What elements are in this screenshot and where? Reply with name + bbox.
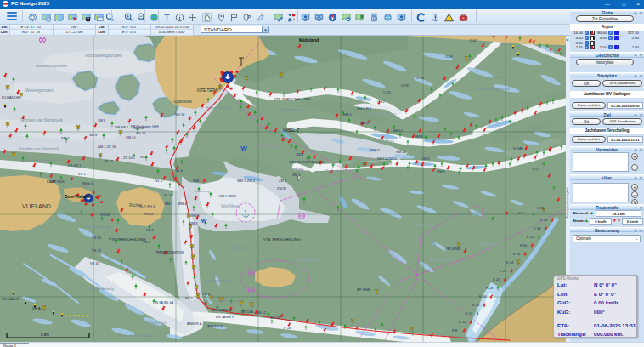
svg-text:VS 1: VS 1 xyxy=(78,172,86,176)
svg-text:V-GAS: V-GAS xyxy=(513,146,524,151)
svg-text:VS 32: VS 32 xyxy=(92,248,102,253)
svg-text:W: W xyxy=(240,145,247,152)
svg-text:Grienderwaard: Grienderwaard xyxy=(204,278,229,282)
svg-text:ECUADOR: ECUADOR xyxy=(2,95,20,100)
svg-text:V 13: V 13 xyxy=(537,206,545,210)
svg-text:PANNENWRAK: PANNENWRAK xyxy=(156,251,185,255)
svg-text:NM 10: NM 10 xyxy=(393,128,404,133)
svg-text:ZS-KB 1: ZS-KB 1 xyxy=(68,163,82,168)
svg-text:PB Harlingen (VH): PB Harlingen (VH) xyxy=(131,124,160,128)
svg-text:O 28: O 28 xyxy=(401,83,409,88)
svg-text:Groote Plaat: Groote Plaat xyxy=(245,113,266,117)
svg-text:Robbenhoek: Robbenhoek xyxy=(325,168,345,173)
svg-text:Grienderwaard: Grienderwaard xyxy=(219,299,243,303)
svg-text:Ballastplaat: Ballastplaat xyxy=(433,258,454,262)
svg-text:WM 1: WM 1 xyxy=(193,179,202,183)
svg-text:K 24: K 24 xyxy=(506,260,514,265)
svg-text:Wantij: Wantij xyxy=(500,42,511,46)
svg-text:Ballastplaat: Ballastplaat xyxy=(297,259,318,263)
svg-text:Westergronden: Westergronden xyxy=(25,88,54,93)
svg-text:NM 6-R 1: NM 6-R 1 xyxy=(357,106,372,111)
svg-text:VTS TERSCHELLING: VTS TERSCHELLING xyxy=(109,237,146,242)
svg-text:NM 11: NM 11 xyxy=(370,148,381,152)
svg-text:VL 6: VL 6 xyxy=(176,168,184,173)
svg-text:WM 7: WM 7 xyxy=(190,213,200,218)
svg-text:VS 26: VS 26 xyxy=(100,213,110,217)
svg-text:NM 8: NM 8 xyxy=(415,134,423,139)
svg-text:NM 4: NM 4 xyxy=(343,112,352,117)
svg-text:KITE-TERW: KITE-TERW xyxy=(197,88,218,93)
svg-text:V 9: V 9 xyxy=(518,211,524,215)
svg-text:NM 14: NM 14 xyxy=(396,150,407,154)
svg-text:VB 4: VB 4 xyxy=(143,240,150,244)
svg-text:Spathoek: Spathoek xyxy=(173,99,192,104)
svg-text:VTS TERSCHELLING: VTS TERSCHELLING xyxy=(274,97,311,101)
svg-text:WM 2: WM 2 xyxy=(164,202,173,206)
svg-text:VS 34: VS 34 xyxy=(90,261,100,265)
svg-text:SG 16: SG 16 xyxy=(136,131,146,135)
svg-text:SG 18: SG 18 xyxy=(175,112,185,117)
svg-text:WM 9-ZM 2: WM 9-ZM 2 xyxy=(237,179,256,183)
svg-text:P: P xyxy=(247,14,251,20)
svg-text:Jetj es Zand: Jetj es Zand xyxy=(413,223,434,227)
svg-text:K 18: K 18 xyxy=(486,286,494,290)
svg-text:⚓: ⚓ xyxy=(241,209,250,218)
svg-text:FG 11: FG 11 xyxy=(144,212,155,216)
svg-text:BP-WNB: BP-WNB xyxy=(357,287,370,292)
svg-text:K 22: K 22 xyxy=(500,269,507,273)
svg-text:ZM 3: ZM 3 xyxy=(292,173,301,177)
svg-text:K 8: K 8 xyxy=(452,328,458,333)
svg-text:OM 4: OM 4 xyxy=(437,169,446,174)
svg-text:ZM 1: ZM 1 xyxy=(296,152,304,156)
svg-text:VL 10: VL 10 xyxy=(164,193,173,197)
svg-text:NM 9-ZM 8: NM 9-ZM 8 xyxy=(219,194,237,198)
svg-text:IN 1A BS 3A: IN 1A BS 3A xyxy=(155,300,174,304)
svg-text:P 14: P 14 xyxy=(284,326,291,330)
svg-text:OM-WNB: OM-WNB xyxy=(445,247,460,251)
svg-text:W: W xyxy=(201,218,207,224)
svg-text:K 12: K 12 xyxy=(466,311,473,316)
svg-text:KABEL-Z: KABEL-Z xyxy=(283,128,299,133)
svg-text:ANKER B: ANKER B xyxy=(207,324,223,328)
svg-text:O 12: O 12 xyxy=(377,100,385,104)
svg-text:Noorder Balgen: Noorder Balgen xyxy=(370,111,397,116)
svg-text:VS 30: VS 30 xyxy=(92,236,102,240)
svg-text:BS 12: BS 12 xyxy=(257,310,267,315)
svg-text:O 40: O 40 xyxy=(445,54,453,59)
svg-text:SM 6: SM 6 xyxy=(98,118,106,122)
svg-text:K 32: K 32 xyxy=(527,235,534,239)
svg-text:Zuid Meep: Zuid Meep xyxy=(367,176,385,180)
svg-text:Midsland: Midsland xyxy=(299,37,319,43)
svg-text:Groote Plas: Groote Plas xyxy=(355,156,376,161)
svg-text:VH-A: VH-A xyxy=(32,306,41,310)
svg-text:ZM 4: ZM 4 xyxy=(279,179,287,183)
svg-text:Gronden van Stortemelk: Gronden van Stortemelk xyxy=(19,146,59,151)
svg-text:VL 7-FG 4: VL 7-FG 4 xyxy=(139,204,155,208)
svg-text:PG 4: PG 4 xyxy=(202,292,211,296)
svg-text:ZM-W: ZM-W xyxy=(277,186,286,191)
svg-text:Pannenplaats: Pannenplaats xyxy=(229,246,252,250)
svg-text:OM 3: OM 3 xyxy=(421,156,431,161)
svg-text:O 24: O 24 xyxy=(383,90,391,94)
svg-text:Staartveld-Ameringhals: Staartveld-Ameringhals xyxy=(117,333,155,338)
svg-text:BS-8A BS 10: BS-8A BS 10 xyxy=(212,308,233,312)
svg-text:VL 5: VL 5 xyxy=(155,179,163,183)
svg-text:K 34: K 34 xyxy=(534,226,541,230)
svg-text:Wolfshoek: Wolfshoek xyxy=(150,321,167,325)
svg-text:Noordwestgronden: Noordwestgronden xyxy=(85,53,122,58)
svg-text:Jacobsrug: Jacobsrug xyxy=(194,189,209,193)
svg-text:VTS TERSCHELLING: VTS TERSCHELLING xyxy=(263,237,301,242)
svg-text:K 30: K 30 xyxy=(520,243,528,247)
svg-text:K 10: K 10 xyxy=(459,320,466,324)
svg-text:NM13-ZM 10: NM13-ZM 10 xyxy=(377,156,398,161)
svg-text:SM 8: SM 8 xyxy=(89,133,98,137)
svg-text:BS 10A: BS 10A xyxy=(241,310,253,314)
svg-text:NM 5: NM 5 xyxy=(360,121,369,125)
svg-text:Gronden van Stortemelk: Gronden van Stortemelk xyxy=(20,118,63,122)
svg-text:Groote Plaat: Groote Plaat xyxy=(255,144,280,149)
svg-text:⚓: ⚓ xyxy=(430,240,437,247)
svg-text:Engelschhoek: Engelschhoek xyxy=(206,105,229,110)
svg-text:Kimstergat: Kimstergat xyxy=(455,335,472,339)
svg-text:K 26: K 26 xyxy=(513,252,521,256)
svg-text:WM 4: WM 4 xyxy=(178,202,187,206)
